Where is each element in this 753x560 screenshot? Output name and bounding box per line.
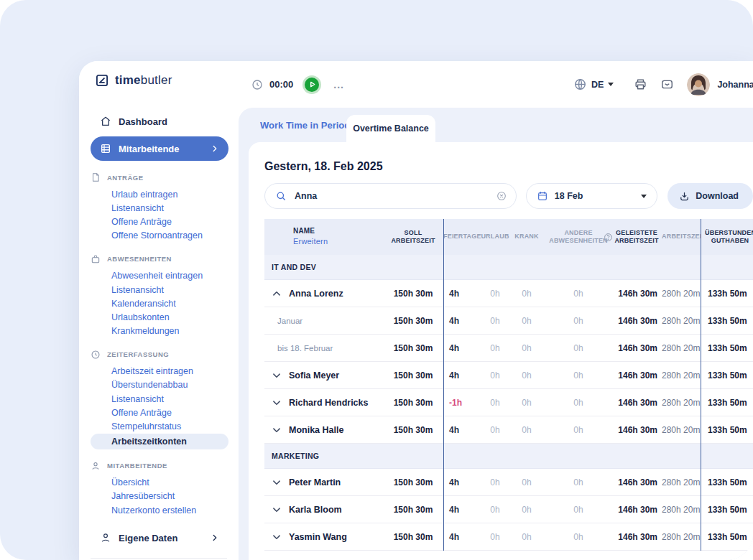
sidebar-link[interactable]: Kalenderansicht	[91, 297, 228, 310]
table-row[interactable]: Anna Lorenz150h 30m4h0h0h0h146h 30m280h …	[264, 280, 753, 307]
user-avatar[interactable]	[687, 73, 710, 96]
sidebar-section-title: ANTRÄGE	[107, 174, 143, 182]
krank-value: 0h	[511, 532, 542, 542]
tab-work-time-in-period[interactable]: Work Time in Period	[260, 108, 350, 142]
andere-value: 0h	[542, 289, 614, 299]
search-input[interactable]	[293, 190, 496, 202]
sidebar-section-anträge: ANTRÄGE	[91, 172, 227, 182]
sidebar-link[interactable]: Arbeitszeitkonten	[91, 434, 228, 449]
person-name: Karla Bloom	[289, 505, 342, 515]
sidebar-link[interactable]: Listenansicht	[91, 392, 228, 406]
soll-value: 150h 30m	[383, 316, 443, 326]
person-name: Richard Hendricks	[289, 398, 368, 408]
geleistete-value: 146h 30m	[614, 289, 659, 299]
guthaben-value: 133h 50m	[701, 425, 751, 435]
logo-text: timebutler	[115, 73, 172, 88]
sidebar-link[interactable]: Urlaubskonten	[91, 310, 228, 324]
expand-all-link[interactable]: Erweitern	[293, 237, 383, 247]
chevron-down-icon[interactable]	[270, 476, 283, 489]
language-caret-icon[interactable]	[608, 83, 614, 86]
guthaben-value: 133h 50m	[701, 505, 751, 515]
person-name: Peter Martin	[289, 477, 341, 487]
table-row[interactable]: bis 18. Februar150h 30m4h0h0h0h146h 30m2…	[264, 335, 753, 362]
table-row[interactable]: Yasmin Wang150h 30m4h0h0h0h146h 30m280h …	[264, 523, 753, 551]
sidebar-link[interactable]: Listenansicht	[91, 201, 228, 215]
table-row[interactable]: Karla Bloom150h 30m4h0h0h0h146h 30m280h …	[264, 496, 753, 523]
chevron-down-icon[interactable]	[270, 424, 283, 437]
krank-value: 0h	[511, 398, 542, 408]
arbeitszeit-value: 280h 20m	[659, 532, 701, 542]
table-row[interactable]: Sofia Meyer150h 30m4h0h0h0h146h 30m280h …	[264, 362, 753, 389]
sidebar-link[interactable]: Überstundenabbau	[91, 378, 228, 392]
calendar-icon	[537, 190, 548, 202]
user-name[interactable]: Johanna M	[717, 80, 753, 90]
sidebar-link[interactable]: Arbeitszeit eintragen	[91, 365, 228, 378]
chevron-down-icon[interactable]	[270, 396, 283, 409]
andere-value: 0h	[542, 316, 614, 326]
feiertage-value: 4h	[443, 316, 479, 326]
soll-value: 150h 30m	[383, 477, 443, 487]
sidebar-link[interactable]: Offene Stornoantragen	[91, 229, 228, 243]
sidebar-link[interactable]: Stempeluhrstatus	[91, 419, 228, 433]
name-cell: Yasmin Wang	[264, 531, 383, 543]
sidebar-section-mitarbeitende: MITARBEITENDE	[91, 461, 227, 471]
language-selector[interactable]: DE	[591, 80, 604, 90]
start-timer-button[interactable]	[302, 75, 321, 94]
chevron-down-icon[interactable]	[270, 531, 283, 543]
sidebar-link[interactable]: Offene Anträge	[91, 215, 228, 228]
sidebar-link[interactable]: Offene Anträge	[91, 406, 228, 419]
guthaben-value: 133h 50m	[701, 398, 751, 408]
sidebar-link[interactable]: Jahresübersicht	[91, 490, 228, 503]
print-button[interactable]	[634, 78, 647, 91]
sidebar-item-dashboard[interactable]: Dashboard	[91, 109, 228, 134]
arbeitszeit-value: 280h 20m	[659, 370, 701, 381]
sidebar-item-eigene-daten[interactable]: Eigene Daten	[91, 526, 228, 550]
table-row[interactable]: Monika Halle150h 30m4h0h0h0h146h 30m280h…	[264, 416, 753, 444]
time-tracker: 00:00 ...	[251, 61, 344, 108]
subrow-label: bis 18. Februar	[270, 344, 333, 353]
topbar: timebutler 00:00 ... DE	[79, 61, 753, 108]
sidebar-link[interactable]: Nutzerkonto erstellen	[91, 503, 228, 517]
table-group-row: MARKETING	[264, 444, 753, 469]
name-cell: Sofia Meyer	[264, 369, 383, 382]
sidebar-link[interactable]: Listenansicht	[91, 283, 228, 297]
timer-more-menu[interactable]: ...	[333, 79, 344, 90]
urlaub-value: 0h	[479, 477, 511, 487]
chevron-up-icon[interactable]	[270, 287, 283, 300]
sidebar-divider	[91, 558, 227, 559]
sidebar-link[interactable]: Krankmeldungen	[91, 325, 228, 338]
sidebar-link[interactable]: Urlaub eintragen	[91, 187, 228, 201]
chevron-down-icon[interactable]	[270, 503, 283, 516]
date-filter-value: 18 Feb	[555, 191, 637, 201]
table-row[interactable]: Richard Hendricks150h 30m-1h0h0h0h146h 3…	[264, 389, 753, 416]
column-geleistete-arbeitszeit: GELEISTETEARBEITSZEIT	[614, 229, 659, 246]
soll-value: 150h 30m	[383, 505, 443, 515]
guthaben-value: 133h 50m	[701, 370, 751, 381]
download-button[interactable]: Download	[667, 183, 753, 209]
table-row[interactable]: Januar150h 30m4h0h0h0h146h 30m280h 20m13…	[264, 307, 753, 335]
column-name: NAME Erweitern	[264, 227, 383, 247]
arbeitszeit-value: 280h 20m	[659, 425, 701, 435]
help-icon[interactable]	[604, 233, 613, 242]
clear-search-icon[interactable]	[496, 190, 507, 202]
search-icon	[275, 190, 287, 202]
tab-overtime-balance[interactable]: Overtime Balance	[346, 115, 435, 142]
date-filter[interactable]: 18 Feb	[526, 183, 657, 209]
table-row[interactable]: Peter Martin150h 30m4h0h0h0h146h 30m280h…	[264, 469, 753, 496]
sidebar-section-title: ZEITERFASSUNG	[107, 350, 169, 358]
sidebar-link[interactable]: Übersicht	[91, 476, 228, 490]
date-caret-icon	[641, 195, 647, 198]
chevron-right-icon	[210, 144, 220, 154]
arbeitszeit-value: 280h 20m	[659, 316, 701, 326]
andere-value: 0h	[542, 505, 614, 515]
person-name: Yasmin Wang	[289, 532, 347, 542]
feiertage-value: 4h	[443, 477, 479, 487]
urlaub-value: 0h	[479, 398, 511, 408]
mail-button[interactable]	[660, 78, 674, 91]
chevron-down-icon[interactable]	[270, 369, 283, 382]
sidebar-item-mitarbeitende[interactable]: Mitarbeitende	[91, 136, 228, 161]
arbeitszeit-value: 280h 20m	[659, 505, 701, 515]
group-label: IT AND DEV	[264, 263, 316, 271]
sidebar-link[interactable]: Abwesenheit eintragen	[91, 269, 228, 283]
filter-bar: 18 Feb Download	[264, 183, 753, 209]
